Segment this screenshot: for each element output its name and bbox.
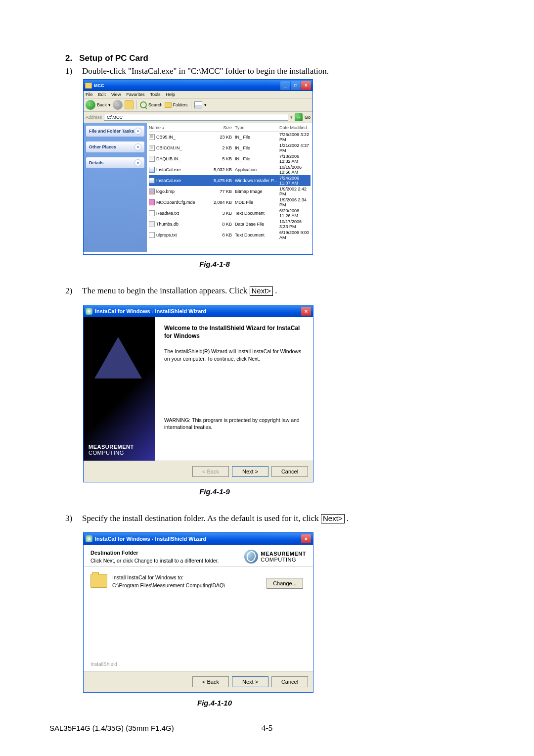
file-icon (149, 232, 155, 238)
globe-icon (244, 550, 258, 564)
mc-globe-logo: MEASUREMENT COMPUTING (244, 550, 306, 564)
file-row[interactable]: DAQLIB.IN_5 KBIN_ File7/13/2006 12:32 AM (149, 153, 311, 164)
explorer-window: MCC _ □ × File Edit View Favorites Tools… (83, 79, 313, 255)
folders-button[interactable]: Folders (165, 102, 188, 108)
back-icon: ← (86, 100, 95, 110)
wizard-side-graphic: MEASUREMENT COMPUTING (84, 317, 155, 461)
file-icon (149, 189, 155, 194)
file-icon (149, 210, 155, 216)
section-heading: 2.Setup of PC Card (65, 53, 469, 63)
destination-folder-heading: Destination Folder (90, 550, 244, 556)
wizard-button-row: < Back Next > Cancel (84, 671, 313, 692)
step-1: 1) Double-click "InstaCal.exe" in "C:\MC… (65, 66, 469, 76)
next-button[interactable]: Next > (232, 676, 268, 687)
close-button[interactable]: × (301, 81, 311, 90)
cancel-button[interactable]: Cancel (271, 466, 308, 477)
step-3: 3) Specify the install destination folde… (65, 514, 469, 523)
file-row[interactable]: InstaCal.exe5,032 KBApplication10/19/200… (149, 164, 311, 175)
file-row[interactable]: InstaCal.exe5,475 KBWindows Installer P.… (149, 175, 311, 186)
file-row[interactable]: Thumbs.db8 KBData Base File10/17/2006 3:… (149, 219, 311, 230)
wizard-warning: WARNING: This program is protected by co… (164, 417, 304, 431)
file-row[interactable]: MCCBoardCfg.mde2,084 KBMDE File1/9/2006 … (149, 197, 311, 208)
close-button[interactable]: × (301, 307, 311, 316)
file-row[interactable]: CBICOM.IN_2 KBIN_ File1/21/2002 4:37 PM (149, 142, 311, 153)
file-icon (149, 221, 155, 227)
chevron-icon: » (134, 159, 141, 166)
next-inline-button: Next> (321, 514, 345, 523)
file-icon (149, 167, 155, 173)
section-title: Setup of PC Card (79, 53, 148, 63)
change-button[interactable]: Change... (267, 578, 303, 589)
side-task-file[interactable]: File and Folder Tasks» (86, 126, 144, 137)
close-button[interactable]: × (301, 534, 311, 543)
menubar: File Edit View Favorites Tools Help (84, 91, 312, 98)
wizard-button-row: < Back Next > Cancel (84, 461, 313, 482)
file-row[interactable]: ReadMe.txt3 KBText Document6/20/2006 11:… (149, 208, 311, 219)
wizard-body-text: The InstallShield(R) Wizard will install… (164, 348, 304, 362)
chevron-icon: » (134, 143, 141, 150)
wizard-title: InstaCal for Windows - InstallShield Wiz… (95, 536, 206, 542)
menu-edit[interactable]: Edit (98, 92, 106, 97)
next-inline-button: Next> (250, 286, 273, 296)
address-label: Address (86, 115, 102, 120)
wizard-destination-window: InstaCal for Windows - InstallShield Wiz… (83, 532, 313, 693)
explorer-titlebar: MCC _ □ × (84, 80, 312, 91)
wizard-icon (86, 535, 92, 542)
page-number: 4-5 (0, 723, 534, 733)
next-button[interactable]: Next > (232, 466, 268, 477)
folders-icon (165, 102, 172, 108)
minimize-button[interactable]: _ (280, 81, 290, 90)
maximize-button[interactable]: □ (291, 81, 301, 90)
figure-caption-2: Fig.4-1-9 (101, 487, 328, 496)
search-button[interactable]: Search (140, 101, 163, 108)
wizard-titlebar: InstaCal for Windows - InstallShield Wiz… (84, 533, 313, 545)
figure-caption-3: Fig.4-1-10 (101, 699, 328, 707)
menu-tools[interactable]: Tools (150, 92, 160, 97)
file-icon (149, 178, 155, 184)
menu-view[interactable]: View (111, 92, 121, 97)
mc-logo: MEASUREMENT COMPUTING (89, 444, 134, 456)
side-task-details[interactable]: Details» (86, 157, 144, 168)
toolbar: ←Back▾ → Search Folders ▾ (84, 98, 312, 112)
go-label: Go (305, 115, 311, 120)
back-button: < Back (192, 466, 229, 477)
back-button[interactable]: < Back (192, 676, 229, 687)
chevron-icon: » (134, 128, 141, 135)
cancel-button[interactable]: Cancel (271, 676, 308, 687)
window-title: MCC (94, 83, 280, 88)
views-button[interactable] (194, 101, 202, 108)
install-path: Install InstaCal for Windows to: C:\Prog… (112, 574, 225, 590)
destination-folder-subtext: Click Next, or click Change to install t… (90, 558, 244, 564)
forward-button[interactable]: → (113, 100, 123, 110)
file-row[interactable]: ulprops.txt8 KBText Document6/19/2006 9:… (149, 230, 311, 240)
file-row[interactable]: CB95.IN_23 KBIN_ File7/25/2006 3:22 PM (149, 132, 311, 142)
search-icon (140, 101, 147, 108)
file-list: Name ▴ Size Type Date Modified CB95.IN_2… (147, 123, 312, 252)
folder-icon (90, 574, 107, 588)
side-task-places[interactable]: Other Places» (86, 142, 144, 152)
step-2: 2) The menu to begin the installation ap… (65, 286, 469, 296)
installshield-label: InstallShield (90, 662, 117, 667)
section-number: 2. (65, 53, 72, 63)
wizard-heading: Welcome to the InstallShield Wizard for … (164, 324, 304, 340)
file-icon (149, 199, 155, 205)
wizard-welcome-window: InstaCal for Windows - InstallShield Wiz… (83, 305, 313, 482)
file-icon (149, 134, 155, 140)
menu-favorites[interactable]: Favorites (126, 92, 144, 97)
wizard-icon (86, 308, 92, 315)
go-button[interactable]: → (295, 113, 303, 121)
menu-file[interactable]: File (86, 92, 93, 97)
back-button[interactable]: ←Back▾ (86, 100, 111, 110)
file-icon (149, 156, 155, 162)
wizard-header-area: Destination Folder Click Next, or click … (84, 545, 313, 567)
wizard-title: InstaCal for Windows - InstallShield Wiz… (95, 308, 206, 314)
address-value: C:\MCC (107, 115, 123, 120)
file-icon (149, 145, 155, 151)
wizard-titlebar: InstaCal for Windows - InstallShield Wiz… (84, 305, 313, 317)
address-field[interactable]: C:\MCC (104, 114, 288, 121)
triangle-shape (94, 337, 142, 378)
file-list-header: Name ▴ Size Type Date Modified (149, 124, 311, 132)
up-button[interactable] (125, 100, 134, 109)
menu-help[interactable]: Help (166, 92, 175, 97)
file-row[interactable]: logo.bmp77 KBBitmap Image1/9/2002 2:42 P… (149, 186, 311, 197)
